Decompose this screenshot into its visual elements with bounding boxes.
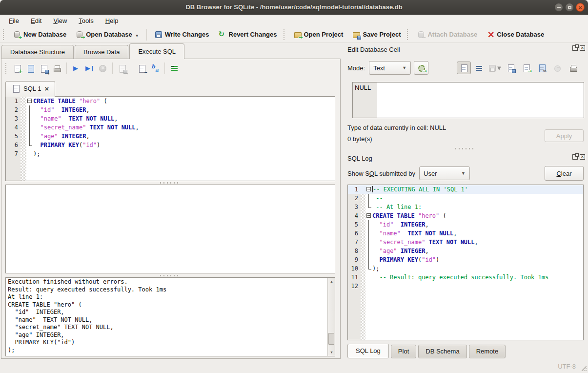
close-database-icon	[486, 30, 494, 39]
sql-log-header: SQL Log ×	[343, 153, 588, 164]
tab-sql-1[interactable]: SQL 1 ×	[5, 81, 55, 97]
menu-help[interactable]: Help	[100, 16, 124, 26]
execute-all-button[interactable]	[70, 62, 83, 75]
code-line: 5 "id" INTEGER,	[348, 220, 583, 229]
line-number: 5	[6, 133, 20, 140]
toolbar-handle[interactable]	[407, 29, 409, 40]
save-sql-file-button[interactable]: ▼	[37, 62, 50, 75]
maximize-button[interactable]	[565, 3, 574, 12]
fold-marker[interactable]	[365, 185, 372, 194]
find-button[interactable]	[135, 62, 148, 75]
wrap-text-button[interactable]	[472, 62, 487, 74]
print-button[interactable]	[50, 62, 63, 75]
toolbar-handle[interactable]	[284, 29, 286, 40]
export-button[interactable]	[519, 62, 533, 74]
fold-marker	[365, 264, 372, 273]
apply-button[interactable]: Apply	[545, 129, 584, 142]
dropdown-arrow-icon[interactable]: ▼	[47, 72, 50, 75]
execution-log[interactable]: Execution finished without errors. Resul…	[5, 277, 335, 356]
tab-close-icon[interactable]: ×	[44, 86, 49, 91]
splitter-handle[interactable]	[5, 274, 335, 277]
float-icon[interactable]	[572, 154, 578, 160]
mode-combobox[interactable]: Text ▼	[369, 61, 411, 75]
toolbar-handle[interactable]	[3, 29, 5, 40]
dock-close-icon[interactable]: ×	[580, 45, 585, 51]
close-database-button[interactable]: Close Database	[482, 28, 548, 41]
dock-tab-plot[interactable]: Plot	[391, 345, 416, 358]
tab-execute-sql[interactable]: Execute SQL	[129, 43, 184, 59]
menu-tools[interactable]: Tools	[73, 16, 99, 26]
stop-button[interactable]	[96, 62, 109, 75]
line-number: 4	[6, 124, 20, 131]
code-line: 8 "age" INTEGER,	[348, 247, 583, 255]
toolbar-separator	[132, 62, 132, 74]
execute-line-button[interactable]	[83, 62, 96, 75]
code-text: "id" INTEGER,	[372, 221, 429, 228]
tab-browse-data[interactable]: Browse Data	[75, 45, 128, 59]
splitter-handle[interactable]	[5, 182, 335, 184]
scroll-up-icon[interactable]: ▲	[328, 278, 335, 285]
dropdown-arrow-icon[interactable]: ▼	[125, 72, 129, 75]
scrollbar[interactable]: ▲ ▼	[327, 278, 335, 356]
new-sql-tab-button[interactable]	[11, 62, 24, 75]
save-results-button[interactable]: ▼	[116, 62, 129, 75]
sql-editor[interactable]: 1CREATE TABLE "hero" (2 "id" INTEGER,3 "…	[5, 96, 335, 181]
print-button[interactable]	[566, 62, 580, 74]
fold-marker	[365, 255, 372, 264]
revert-changes-button[interactable]: Revert Changes	[214, 28, 282, 41]
code-text: CREATE TABLE "hero" (	[33, 98, 107, 104]
fold-marker[interactable]	[365, 211, 372, 220]
line-number: 1	[6, 98, 20, 104]
edit-cell-header: Edit Database Cell ×	[343, 44, 588, 55]
dock-close-icon[interactable]: ×	[580, 154, 585, 160]
submitted-by-combobox[interactable]: User ▼	[419, 166, 470, 180]
code-line: 3 "name" TEXT NOT NULL,	[6, 114, 335, 123]
splitter-handle[interactable]	[343, 147, 588, 150]
clear-button[interactable]: Clear	[545, 166, 584, 181]
close-button[interactable]: ×	[576, 3, 585, 12]
clear-icon	[553, 64, 562, 72]
find-replace-button[interactable]	[148, 62, 162, 75]
menu-edit[interactable]: Edit	[25, 16, 47, 26]
fold-marker[interactable]	[26, 97, 33, 105]
dock-tab-remote[interactable]: Remote	[469, 345, 506, 358]
attach-database-button[interactable]: Attach Database	[412, 28, 482, 41]
save-button[interactable]: ▼	[488, 62, 502, 74]
code-text: CREATE TABLE "hero" (	[372, 212, 446, 219]
float-icon[interactable]	[572, 45, 578, 51]
cell-value-editor[interactable]: NULL	[352, 82, 584, 118]
scroll-thumb[interactable]	[328, 333, 334, 345]
edit-cell-title: Edit Database Cell	[347, 46, 400, 53]
wrap-text-icon	[475, 64, 484, 72]
menu-view[interactable]: View	[47, 16, 73, 26]
tab-database-structure[interactable]: Database Structure	[1, 45, 74, 59]
save-as-icon	[507, 64, 515, 72]
toolbar-separator	[164, 62, 165, 74]
open-database-button[interactable]: Open Database▼	[71, 28, 143, 41]
cell-type-text: Type of data currently in cell: NULL	[347, 124, 446, 131]
scroll-down-icon[interactable]: ▼	[328, 349, 335, 356]
dropdown-arrow-icon[interactable]: ▼	[496, 64, 503, 72]
new-database-button[interactable]: New Database	[8, 28, 71, 41]
link-button[interactable]	[535, 62, 549, 74]
minimize-button[interactable]	[554, 3, 563, 12]
code-text: PRIMARY KEY("id")	[33, 142, 100, 148]
open-sql-file-button[interactable]	[24, 62, 37, 75]
save-project-button[interactable]: Save Project	[347, 28, 405, 41]
document-button[interactable]	[457, 62, 471, 74]
save-as-button[interactable]	[504, 62, 518, 74]
toolbar-handle[interactable]	[5, 63, 8, 74]
clear-button[interactable]	[550, 62, 565, 74]
format-sql-button[interactable]	[168, 62, 181, 75]
main-toolbar: New DatabaseOpen Database▼Write ChangesR…	[0, 26, 588, 43]
open-project-button[interactable]: Open Project	[289, 28, 348, 41]
write-changes-button[interactable]: Write Changes	[150, 28, 214, 41]
auto-apply-button[interactable]	[414, 61, 428, 75]
toolbar-separator	[66, 62, 67, 74]
dropdown-arrow-icon[interactable]: ▼	[135, 34, 139, 38]
dock-tab-sql-log[interactable]: SQL Log	[347, 344, 389, 358]
menu-file[interactable]: File	[3, 16, 25, 26]
resize-grip-icon[interactable]	[582, 366, 587, 371]
dock-tab-db-schema[interactable]: DB Schema	[418, 345, 466, 358]
sql-log-editor[interactable]: 1-- EXECUTING ALL IN 'SQL 1'2 --3 -- At …	[347, 185, 584, 340]
